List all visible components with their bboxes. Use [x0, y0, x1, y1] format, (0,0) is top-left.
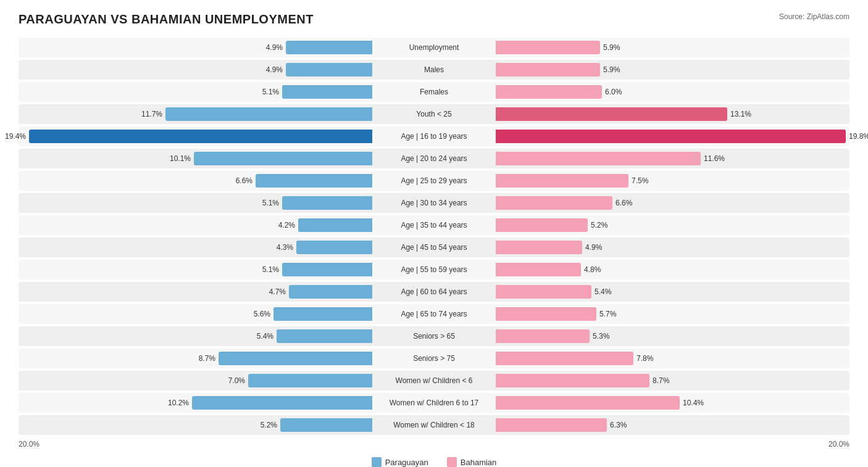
bar-right-1: 5.9% — [496, 63, 600, 76]
left-section: 19.4% — [19, 126, 372, 146]
bar-row: 11.7% Youth < 25 13.1% — [19, 104, 849, 124]
val-left-4: 19.4% — [5, 132, 29, 141]
label-center-0: Unemployment — [407, 43, 462, 52]
bar-row: 4.9% Unemployment 5.9% — [19, 38, 849, 57]
val-left-1: 4.9% — [266, 65, 286, 74]
val-left-13: 5.4% — [257, 332, 277, 341]
right-section: 6.0% — [496, 82, 849, 102]
bar-row: 4.3% Age | 45 to 54 years 4.9% — [19, 238, 849, 257]
label-center-14: Seniors > 75 — [411, 354, 457, 363]
label-center-10: Age | 55 to 59 years — [398, 265, 469, 274]
bar-left-4: 19.4% — [29, 130, 372, 143]
legend-bahamian: Bahamian — [447, 457, 497, 467]
val-left-11: 4.7% — [269, 287, 289, 296]
right-section: 11.6% — [496, 149, 849, 168]
val-right-7: 6.6% — [612, 199, 632, 207]
right-section: 6.3% — [496, 415, 849, 435]
right-section: 5.9% — [496, 60, 849, 80]
val-right-8: 5.2% — [588, 221, 607, 229]
bar-right-16: 10.4% — [496, 396, 680, 410]
right-section: 5.4% — [496, 282, 849, 302]
bar-row: 10.2% Women w/ Children 6 to 17 10.4% — [19, 393, 849, 413]
label-center-17: Women w/ Children < 18 — [391, 421, 477, 429]
val-left-7: 5.1% — [262, 199, 282, 207]
legend-paraguayan-box — [372, 457, 382, 467]
bar-right-12: 5.7% — [496, 307, 596, 321]
val-right-14: 7.8% — [633, 354, 653, 363]
right-section: 5.9% — [496, 38, 849, 57]
val-left-0: 4.9% — [266, 43, 286, 52]
val-right-10: 4.8% — [581, 265, 601, 274]
axis-row: 20.0% 20.0% — [19, 440, 849, 448]
bar-right-0: 5.9% — [496, 41, 600, 54]
label-center-11: Age | 60 to 64 years — [398, 287, 469, 296]
left-section: 8.7% — [19, 349, 372, 368]
bar-left-17: 5.2% — [280, 418, 372, 432]
legend: Paraguayan Bahamian — [19, 457, 849, 467]
bar-row: 7.0% Women w/ Children < 6 8.7% — [19, 371, 849, 391]
val-right-6: 7.5% — [628, 176, 648, 185]
label-center-3: Youth < 25 — [414, 110, 454, 118]
chart-container: PARAGUAYAN VS BAHAMIAN UNEMPLOYMENT Sour… — [0, 0, 868, 467]
right-section: 13.1% — [496, 104, 849, 124]
bar-right-4: 19.8% — [496, 130, 846, 143]
val-right-5: 11.6% — [701, 154, 725, 163]
bar-left-13: 5.4% — [277, 329, 372, 343]
val-right-2: 6.0% — [602, 88, 622, 96]
right-section: 19.8% — [496, 126, 849, 146]
bar-left-1: 4.9% — [286, 63, 372, 76]
bar-left-12: 5.6% — [273, 307, 372, 321]
val-right-9: 4.9% — [582, 243, 602, 252]
bar-right-17: 6.3% — [496, 418, 607, 432]
right-section: 8.7% — [496, 371, 849, 391]
label-center-12: Age | 65 to 74 years — [398, 310, 469, 318]
label-center-1: Males — [422, 65, 446, 74]
bar-left-2: 5.1% — [282, 85, 372, 99]
val-left-3: 11.7% — [141, 110, 165, 118]
right-section: 5.3% — [496, 326, 849, 346]
val-right-12: 5.7% — [596, 310, 616, 318]
val-right-15: 8.7% — [649, 376, 669, 385]
right-section: 6.6% — [496, 193, 849, 213]
label-center-13: Seniors > 65 — [411, 332, 457, 341]
left-section: 7.0% — [19, 371, 372, 391]
bar-right-3: 13.1% — [496, 107, 727, 121]
label-center-5: Age | 20 to 24 years — [398, 154, 469, 163]
bar-left-11: 4.7% — [289, 285, 372, 299]
legend-bahamian-box — [447, 457, 457, 467]
bar-left-0: 4.9% — [286, 41, 372, 54]
left-section: 10.2% — [19, 393, 372, 413]
legend-paraguayan-label: Paraguayan — [385, 458, 428, 467]
bar-right-11: 5.4% — [496, 285, 591, 299]
legend-paraguayan: Paraguayan — [372, 457, 428, 467]
left-section: 6.6% — [19, 171, 372, 191]
label-center-9: Age | 45 to 54 years — [398, 243, 469, 252]
bar-row: 19.4% Age | 16 to 19 years 19.8% — [19, 126, 849, 146]
right-section: 5.2% — [496, 215, 849, 235]
left-section: 4.9% — [19, 38, 372, 57]
right-section: 5.7% — [496, 304, 849, 324]
bar-row: 4.7% Age | 60 to 64 years 5.4% — [19, 282, 849, 302]
right-section: 7.8% — [496, 349, 849, 368]
axis-right: 20.0% — [434, 440, 849, 448]
left-section: 4.7% — [19, 282, 372, 302]
bar-row: 4.2% Age | 35 to 44 years 5.2% — [19, 215, 849, 235]
left-section: 4.9% — [19, 60, 372, 80]
chart-body: 4.9% Unemployment 5.9% 4.9% Males — [19, 38, 849, 435]
val-left-15: 7.0% — [228, 376, 248, 385]
label-center-8: Age | 35 to 44 years — [398, 221, 469, 229]
label-center-15: Women w/ Children < 6 — [393, 376, 475, 385]
val-right-17: 6.3% — [607, 421, 627, 429]
chart-source: Source: ZipAtlas.com — [779, 12, 849, 21]
left-section: 11.7% — [19, 104, 372, 124]
val-right-4: 19.8% — [846, 132, 868, 141]
bar-row: 5.4% Seniors > 65 5.3% — [19, 326, 849, 346]
right-section: 7.5% — [496, 171, 849, 191]
chart-title: PARAGUAYAN VS BAHAMIAN UNEMPLOYMENT — [19, 12, 314, 27]
bar-row: 5.2% Women w/ Children < 18 6.3% — [19, 415, 849, 435]
right-section: 4.8% — [496, 260, 849, 279]
bar-left-14: 8.7% — [219, 352, 372, 365]
bar-right-7: 6.6% — [496, 196, 612, 210]
bar-left-5: 10.1% — [194, 152, 372, 165]
bar-row: 4.9% Males 5.9% — [19, 60, 849, 80]
